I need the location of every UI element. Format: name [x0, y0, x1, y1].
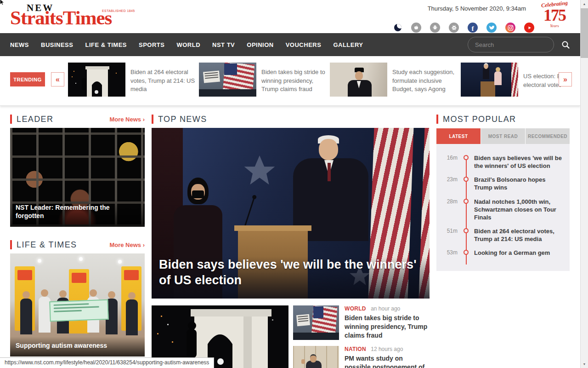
trending-thumb-agong-image	[330, 63, 387, 97]
popular-item-time: 28m	[440, 198, 458, 221]
popular-item[interactable]: 51m Biden at 264 electoral votes, Trump …	[440, 227, 564, 243]
nav-item-nst-tv[interactable]: NST TV	[212, 41, 235, 48]
most-popular-panel: 16m Biden says believes 'we will be the …	[436, 144, 570, 271]
popular-item[interactable]: 28m Nadal notches 1,000th win, Schwartzm…	[440, 198, 564, 221]
trending-item[interactable]: Biden takes big stride to winning presid…	[199, 63, 328, 99]
trending-next-arrow[interactable]: »	[559, 72, 572, 86]
timeline-dot	[458, 227, 474, 243]
trending-headline: Study each suggestion, formulate inclusi…	[392, 63, 458, 99]
popular-item-time: 16m	[440, 154, 458, 170]
leader-section-title: LEADER	[17, 115, 53, 124]
trending-thumb-protest-image	[199, 63, 256, 97]
life-times-section-title: LIFE & TIMES	[17, 240, 77, 250]
life-times-more-news-link[interactable]: More News ›	[109, 242, 145, 248]
popular-item-headline[interactable]: Biden at 264 electoral votes, Trump at 2…	[474, 227, 564, 243]
scrollbar-down-arrow[interactable]: ▼	[581, 360, 588, 368]
scrollbar-up-arrow[interactable]: ▲	[581, 0, 588, 8]
section-accent-bar	[152, 115, 153, 124]
most-popular-section-header: MOST POPULAR	[436, 114, 570, 124]
trending-bar: TRENDING « » Biden at 264 electoral vote…	[0, 56, 580, 106]
nav-item-vouchers[interactable]: VOUCHERS	[286, 41, 322, 48]
instagram-icon[interactable]	[505, 23, 515, 33]
nav-item-sports[interactable]: SPORTS	[139, 41, 164, 48]
popular-item[interactable]: 53m Looking for a German gem	[440, 249, 564, 257]
facebook-icon[interactable]: f	[468, 23, 478, 33]
popular-item-headline[interactable]: Brazil's Bolsonaro hopes Trump wins	[474, 176, 564, 191]
nav-item-world[interactable]: WORLD	[176, 41, 200, 48]
popular-item[interactable]: 23m Brazil's Bolsonaro hopes Trump wins	[440, 176, 564, 191]
popular-item-time: 51m	[440, 227, 458, 243]
youtube-icon[interactable]	[524, 23, 534, 33]
scrollbar-thumb[interactable]	[581, 8, 588, 58]
timeline-dot	[458, 249, 474, 257]
leader-more-news-link[interactable]: More News ›	[109, 116, 145, 123]
nst-logo[interactable]: NEW ESTABLISHED 1845 StraitsTimes	[10, 2, 162, 31]
nav-item-gallery[interactable]: GALLERY	[333, 41, 363, 48]
section-accent-bar	[10, 115, 12, 124]
trending-button[interactable]: TRENDING	[10, 72, 45, 86]
trending-headline: Biden takes big stride to winning presid…	[261, 63, 328, 99]
popular-item-headline[interactable]: Looking for a German gem	[474, 249, 564, 257]
article-headline[interactable]: PM wants study on possible postponement …	[345, 354, 430, 368]
popular-item-time: 23m	[440, 176, 458, 191]
android-icon[interactable]	[430, 23, 440, 33]
main-nav: NEWS BUSINESS LIFE & TIMES SPORTS WORLD …	[0, 33, 580, 56]
current-datetime: Thursday, 5 November 2020, 9:34am	[428, 5, 526, 12]
tab-most-read[interactable]: MOST READ	[481, 128, 526, 144]
leader-section-header: LEADER More News ›	[10, 114, 145, 124]
nav-item-business[interactable]: BUSINESS	[41, 41, 73, 48]
most-popular-section-title: MOST POPULAR	[443, 115, 516, 124]
search-input[interactable]	[468, 37, 554, 52]
tab-recommended[interactable]: RECOMMENDED	[526, 128, 570, 144]
most-popular-sidebar: MOST POPULAR LATEST MOST READ RECOMMENDE…	[436, 114, 570, 271]
timeline-dot	[458, 154, 474, 170]
middle-column: TOP NEWS Biden says believes 'we will be…	[152, 114, 430, 368]
social-icons-row: f	[394, 23, 534, 33]
nation-article[interactable]: NATION 12 hours ago PM wants study on po…	[293, 346, 430, 368]
trending-headline: US election: Bi electoral votes	[523, 63, 561, 99]
link-preview-statusbar: https://www.nst.com.my/lifestyle/heal/20…	[0, 357, 214, 368]
life-times-article-image[interactable]: Supporting autism awareness	[10, 253, 145, 356]
nav-items: NEWS BUSINESS LIFE & TIMES SPORTS WORLD …	[10, 41, 363, 48]
nav-item-news[interactable]: NEWS	[10, 41, 29, 48]
popular-item-headline[interactable]: Biden says believes 'we will be the winn…	[474, 154, 564, 170]
trending-item[interactable]: Study each suggestion, formulate inclusi…	[330, 63, 458, 99]
life-times-article-caption[interactable]: Supporting autism awareness	[10, 337, 145, 356]
search-area	[468, 37, 570, 52]
leader-article-caption[interactable]: NST Leader: Remembering the forgotten	[10, 199, 145, 227]
top-news-section-header: TOP NEWS	[152, 114, 430, 124]
logo-main-text: StraitsTimes	[10, 8, 112, 28]
article-headline[interactable]: Biden takes big stride to winning presid…	[345, 314, 430, 340]
world-article[interactable]: WORLD an hour ago Biden takes big stride…	[293, 305, 430, 340]
trending-prev-arrow[interactable]: «	[51, 72, 64, 86]
popular-item[interactable]: 16m Biden says believes 'we will be the …	[440, 154, 564, 170]
left-column: LEADER More News › NST Leader: Rememberi…	[10, 114, 145, 356]
article-timestamp: 12 hours ago	[371, 346, 403, 352]
article-category[interactable]: WORLD	[345, 305, 366, 312]
timeline-dot	[458, 176, 474, 191]
search-icon[interactable]	[561, 40, 570, 49]
timeline-dot	[458, 198, 474, 221]
trending-item[interactable]: Biden at 264 electoral votes, Trump at 2…	[68, 63, 197, 99]
top-news-hero-image[interactable]: Biden says believes 'we will be the winn…	[152, 128, 430, 299]
nav-item-life-times[interactable]: LIFE & TIMES	[85, 41, 127, 48]
nav-item-opinion[interactable]: OPINION	[247, 41, 273, 48]
tab-latest[interactable]: LATEST	[436, 128, 481, 144]
leader-article-image[interactable]: NST Leader: Remembering the forgotten	[10, 128, 145, 227]
trending-item[interactable]: US election: Bi electoral votes	[461, 63, 561, 99]
nation-article-thumb	[293, 346, 339, 368]
twitter-icon[interactable]	[486, 23, 497, 33]
apple-icon[interactable]	[411, 23, 421, 33]
top-news-headline[interactable]: Biden says believes 'we will be the winn…	[152, 257, 430, 299]
article-category[interactable]: NATION	[345, 346, 366, 352]
anniversary-175-badge: Celebrating 175 Years	[540, 1, 569, 32]
top-news-section-title: TOP NEWS	[158, 115, 207, 124]
popular-item-headline[interactable]: Nadal notches 1,000th win, Schwartzman c…	[474, 198, 564, 221]
trending-thumb-arch-image	[68, 63, 125, 97]
popular-item-time: 53m	[440, 249, 458, 257]
night-mode-icon[interactable]	[394, 24, 401, 31]
trending-headline: Biden at 264 electoral votes, Trump at 2…	[130, 63, 197, 99]
huawei-icon[interactable]	[449, 23, 459, 33]
browser-scrollbar[interactable]: ▲ ▼	[580, 0, 588, 368]
world-article-thumb	[293, 305, 339, 340]
